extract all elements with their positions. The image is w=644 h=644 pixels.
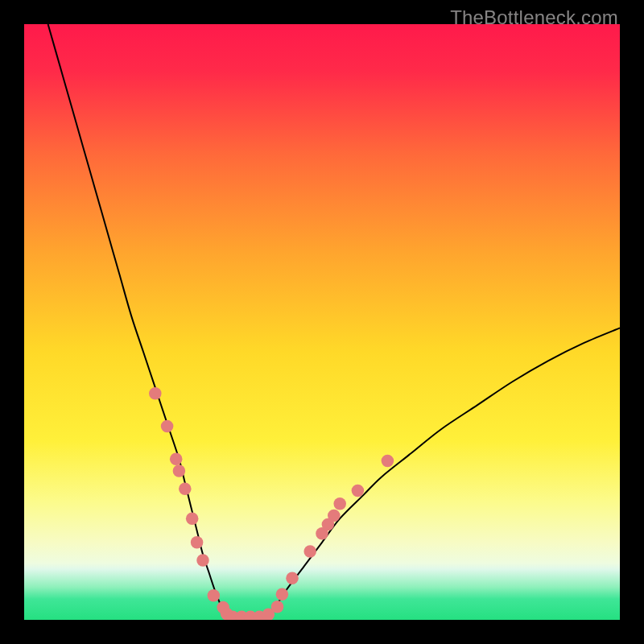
scatter-points xyxy=(149,387,394,620)
scatter-point xyxy=(173,464,186,477)
scatter-point xyxy=(286,572,299,584)
scatter-point xyxy=(208,589,221,602)
scatter-point xyxy=(303,545,316,558)
scatter-point xyxy=(196,554,209,567)
bottleneck-curve xyxy=(48,24,620,620)
plot-area xyxy=(24,24,620,620)
scatter-point xyxy=(382,455,394,468)
scatter-point xyxy=(276,588,289,601)
scatter-point xyxy=(352,485,365,497)
scatter-point xyxy=(271,601,284,613)
scatter-point xyxy=(191,536,204,549)
scatter-point xyxy=(333,497,346,510)
scatter-point xyxy=(179,482,192,495)
curve-layer xyxy=(24,24,620,620)
scatter-point xyxy=(149,387,162,400)
scatter-point xyxy=(328,510,341,522)
scatter-point xyxy=(186,512,199,525)
scatter-point xyxy=(161,420,174,433)
chart-container: TheBottleneck.com xyxy=(0,0,644,644)
scatter-point xyxy=(170,452,183,465)
